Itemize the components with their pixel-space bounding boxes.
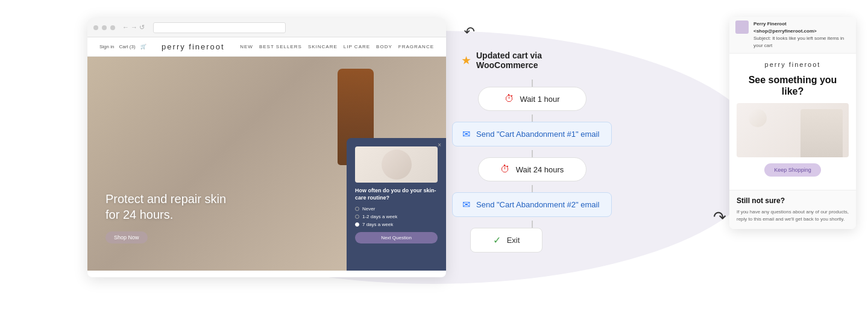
clock-icon-2: ⏱	[500, 164, 510, 175]
popup-option-never[interactable]: Never	[355, 206, 438, 212]
email-still-not-sure-section: Still not sure? If you have any question…	[729, 190, 856, 229]
email-from: Perry Fineroot <shop@perryfineroot.com>	[753, 20, 850, 35]
email-secondary-title: Still not sure?	[737, 196, 849, 205]
email-body: perry fineroot See something you like? K…	[729, 54, 856, 190]
nav-lipcare[interactable]: LIP CARE	[344, 44, 370, 49]
mail-icon-2: ✉	[462, 199, 470, 210]
popup-option-12days-label: 1-2 days a week	[362, 214, 397, 219]
star-icon: ★	[462, 55, 470, 66]
clock-icon-1: ⏱	[505, 93, 514, 104]
email-product-image	[737, 103, 849, 157]
popup-option-7days[interactable]: 7 days a week	[355, 222, 438, 227]
workflow-exit-label: Exit	[507, 236, 520, 245]
workflow-exit-step[interactable]: ✓ Exit	[470, 228, 542, 253]
popup-radio-7days[interactable]	[355, 222, 359, 227]
workflow-arrow-bottom: ↷	[713, 208, 726, 227]
popup-option-never-label: Never	[362, 206, 375, 212]
email-brand: perry fineroot	[737, 61, 849, 68]
hero-shop-now-button[interactable]: Shop Now	[105, 231, 148, 243]
workflow-email-1-step[interactable]: ✉ Send "Cart Abandonment #1" email	[452, 122, 612, 146]
email-subject: Subject: It looks like you left some ite…	[753, 35, 850, 49]
nav-skincare[interactable]: SKINCARE	[308, 44, 338, 49]
site-logo: perry fineroot	[146, 42, 241, 51]
browser-dot-red	[93, 25, 98, 30]
nav-right: Sign in Cart (3) 🛒	[99, 44, 146, 49]
workflow-trigger-label: Updated cart via WooCommerce	[476, 51, 602, 70]
hero-headline: Protect and repair skinfor 24 hours.	[105, 191, 226, 222]
site-hero: Protect and repair skinfor 24 hours. Sho…	[87, 57, 446, 271]
popup-option-7days-label: 7 days a week	[362, 222, 393, 227]
browser-dot-green	[110, 25, 115, 30]
workflow-arrow-top: ↷	[464, 24, 475, 40]
workflow-wait-1-step[interactable]: ⏱ Wait 1 hour	[478, 87, 587, 111]
browser-toolbar: ← → ↺	[87, 18, 446, 37]
site-nav-links: NEW BEST SELLERS SKINCARE LIP CARE BODY …	[240, 44, 434, 49]
workflow-trigger-step[interactable]: ★ Updated cart via WooCommerce	[452, 45, 612, 76]
workflow-email-1-label: Send "Cart Abandonment #1" email	[476, 130, 599, 139]
nav-sign-in[interactable]: Sign in	[99, 44, 114, 49]
site-popup: × How often do you do your skin-care rou…	[347, 138, 446, 271]
nav-body[interactable]: BODY	[376, 44, 392, 49]
nav-cart[interactable]: Cart (3)	[119, 44, 135, 49]
email-header-bar: Perry Fineroot <shop@perryfineroot.com> …	[729, 17, 856, 54]
browser-dot-yellow	[102, 25, 107, 30]
workflow-wait-1-label: Wait 1 hour	[520, 95, 560, 104]
email-cta-button[interactable]: Keep Shopping	[764, 163, 821, 177]
workflow-email-2-label: Send "Cart Abandonment #2" email	[476, 200, 599, 209]
nav-fragrance[interactable]: FRAGRANCE	[398, 44, 434, 49]
workflow-connector-1	[532, 80, 533, 87]
email-headline: See something you like?	[737, 74, 849, 97]
browser-window: ← → ↺ Sign in Cart (3) 🛒 perry fineroot …	[87, 18, 446, 277]
popup-option-12days[interactable]: 1-2 days a week	[355, 214, 438, 219]
check-icon: ✓	[493, 234, 501, 246]
browser-url-bar[interactable]	[153, 22, 286, 33]
email-subject-text: It looks like you left some items in you…	[753, 36, 844, 48]
workflow-connector-4	[532, 185, 533, 192]
workflow-connector-3	[532, 150, 533, 157]
site-nav: Sign in Cart (3) 🛒 perry fineroot NEW BE…	[87, 37, 446, 57]
mail-icon-1: ✉	[462, 128, 470, 140]
popup-next-button[interactable]: Next Question	[355, 232, 438, 243]
nav-bestsellers[interactable]: BEST SELLERS	[259, 44, 302, 49]
email-sender-avatar	[735, 20, 749, 34]
popup-radio-12days[interactable]	[355, 215, 359, 219]
email-secondary-text: If you have any questions about any of o…	[737, 209, 849, 223]
popup-question-title: How often do you do your skin-care routi…	[355, 187, 438, 201]
browser-arrows: ← → ↺	[122, 24, 145, 31]
email-preview-panel: Perry Fineroot <shop@perryfineroot.com> …	[729, 17, 856, 229]
workflow-connector-2	[532, 115, 533, 122]
workflow-connector-5	[532, 221, 533, 228]
workflow-wait-2-label: Wait 24 hours	[516, 165, 564, 174]
email-meta: Perry Fineroot <shop@perryfineroot.com> …	[753, 20, 850, 49]
popup-close-button[interactable]: ×	[438, 142, 441, 148]
popup-radio-never[interactable]	[355, 207, 359, 211]
workflow-wait-2-step[interactable]: ⏱ Wait 24 hours	[478, 157, 587, 181]
workflow-email-2-step[interactable]: ✉ Send "Cart Abandonment #2" email	[452, 192, 612, 217]
nav-new[interactable]: NEW	[240, 44, 253, 49]
workflow-panel: ↷ ★ Updated cart via WooCommerce ⏱ Wait …	[452, 24, 612, 256]
nav-cart-icon: 🛒	[140, 44, 146, 49]
popup-image	[355, 146, 438, 183]
